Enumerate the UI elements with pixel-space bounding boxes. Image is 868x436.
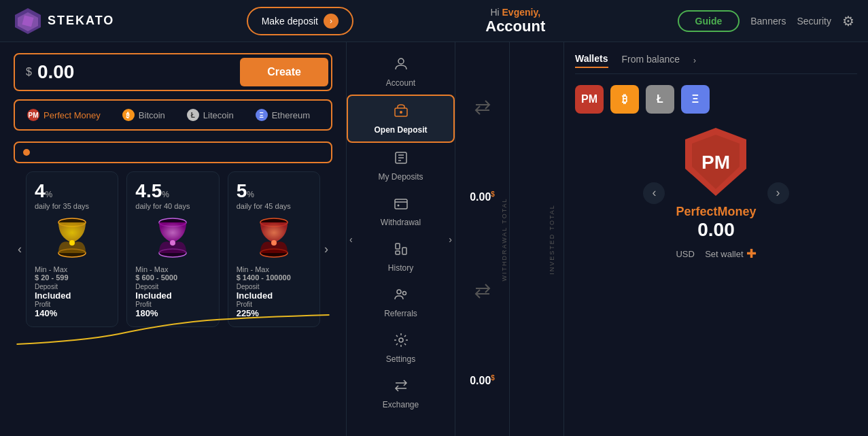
nav-item-open-deposit[interactable]: Open Deposit: [347, 95, 455, 143]
plan-2-percent: 4.5%: [135, 180, 210, 202]
currency-tab-pm[interactable]: PM Perfect Money: [19, 105, 109, 125]
wallets-tab-arrow[interactable]: ›: [693, 56, 696, 65]
nav-withdrawal-label: Withdrawal: [381, 218, 421, 227]
exchange-icon: [393, 378, 409, 397]
logo-area: STEKATO: [14, 7, 114, 35]
pm-label: Perfect Money: [44, 110, 101, 120]
nav-referrals-label: Referrals: [384, 309, 417, 318]
svg-point-12: [398, 58, 404, 64]
svg-rect-23: [402, 248, 406, 254]
carousel-next-arrow[interactable]: ›: [767, 182, 789, 204]
plans-prev-arrow[interactable]: ‹: [14, 239, 26, 259]
svg-point-26: [402, 292, 406, 295]
settings-icon: [393, 332, 409, 352]
logo-icon: [14, 7, 42, 35]
referrals-icon: [393, 286, 409, 306]
svg-point-5: [69, 240, 75, 246]
eth-icon: Ξ: [256, 109, 268, 121]
plans-slider: ‹ 4% daily for 35 days: [14, 171, 332, 327]
withdrawal-icon: [393, 195, 409, 215]
svg-point-27: [399, 338, 403, 342]
nav-history-label: History: [388, 263, 413, 273]
create-button[interactable]: Create: [240, 58, 328, 86]
svg-point-11: [271, 240, 277, 246]
withdrawal-total-label: WITHDRAWAL TOTAL: [501, 197, 508, 281]
username: Evgeniy,: [502, 7, 541, 18]
my-deposits-icon: [393, 150, 409, 169]
wallet-btn-ltc[interactable]: Ł: [646, 85, 674, 114]
nav-item-history[interactable]: History: [347, 234, 455, 280]
amount-create-area: $ 0.00 Create: [14, 53, 332, 91]
from-balance-tab[interactable]: From balance: [622, 54, 680, 67]
plan-card-1[interactable]: 4% daily for 35 days: [26, 171, 118, 327]
open-deposit-icon: [393, 103, 409, 122]
withdrawal-amount-1: 0.00$: [470, 190, 495, 203]
account-icon: [393, 56, 409, 76]
search-dot-icon: [23, 149, 30, 156]
plan-1-image: [55, 216, 89, 260]
nav-item-my-deposits[interactable]: My Deposits: [347, 143, 455, 188]
plan-3-desc: daily for 45 days: [237, 202, 311, 210]
svg-point-25: [397, 290, 401, 294]
btc-label: Bitcoin: [139, 110, 165, 120]
middle-section: WITHDRAWAL TOTAL 0.00$ 0.00$ INVESTED TO…: [455, 42, 868, 436]
nav-item-withdrawal[interactable]: Withdrawal: [347, 188, 455, 234]
nav-item-exchange[interactable]: Exchange: [347, 371, 455, 416]
plan-2-minmax: Min - Max $ 600 - 5000: [135, 265, 210, 282]
plus-icon: ✚: [746, 246, 757, 261]
plan-3-deposit-label: Deposit: [237, 283, 311, 290]
pm-icon: PM: [27, 109, 39, 121]
plan-2-deposit-value: Included: [135, 290, 210, 301]
wallet-btn-btc[interactable]: ₿: [610, 85, 639, 114]
guide-button[interactable]: Guide: [678, 10, 740, 32]
plans-grid: 4% daily for 35 days: [26, 171, 320, 327]
wallets-tab[interactable]: Wallets: [575, 53, 608, 68]
wallet-currency: USD: [676, 249, 694, 259]
amount-value[interactable]: 0.00: [37, 61, 75, 83]
plan-1-desc: daily for 35 days: [35, 202, 109, 210]
set-wallet-button[interactable]: Set wallet ✚: [705, 246, 756, 261]
logo-text: STEKATO: [48, 14, 114, 28]
withdrawal-amount-2: 0.00$: [470, 374, 495, 387]
eth-label: Ethereum: [272, 110, 310, 120]
svg-point-21: [397, 205, 399, 207]
nav-item-referrals[interactable]: Referrals: [347, 280, 455, 325]
plan-2-deposit-label: Deposit: [135, 283, 210, 290]
nav-item-account[interactable]: Account: [347, 49, 455, 95]
currency-tab-ltc[interactable]: Ł Litecoin: [179, 105, 242, 125]
wallet-icons-row: PM ₿ Ł Ξ: [575, 85, 857, 114]
header-greeting: Hi Evgeniy, Account: [485, 7, 545, 35]
nav-arrow-right[interactable]: ›: [449, 234, 452, 245]
search-input[interactable]: [35, 147, 323, 158]
plan-card-2[interactable]: 4.5% daily for 40 days: [126, 171, 219, 327]
amount-input-wrap: $ 0.00: [18, 57, 232, 87]
currency-tabs: PM Perfect Money ₿ Bitcoin Ł Litecoin Ξ …: [14, 99, 332, 131]
hi-text: Hi Evgeniy,: [485, 7, 545, 18]
currency-tab-eth[interactable]: Ξ Ethereum: [247, 105, 318, 125]
plan-3-profit-value: 225%: [237, 308, 311, 318]
invested-section: INVESTED TOTAL: [510, 42, 564, 436]
carousel-prev-arrow[interactable]: ‹: [643, 182, 665, 204]
svg-point-14: [400, 111, 402, 114]
make-deposit-button[interactable]: Make deposit ›: [247, 7, 353, 35]
nav-arrow-left[interactable]: ‹: [349, 234, 353, 245]
ltc-icon: Ł: [187, 109, 199, 121]
wallet-btn-eth[interactable]: Ξ: [681, 85, 710, 114]
plan-card-3[interactable]: 5% daily for 45 days: [228, 171, 320, 327]
plan-1-deposit-value: Included: [35, 290, 109, 301]
make-deposit-label: Make deposit: [262, 16, 318, 27]
left-panel: $ 0.00 Create PM Perfect Money ₿ Bitcoin…: [0, 42, 347, 436]
wallet-btn-pm[interactable]: PM: [575, 85, 604, 114]
banners-button[interactable]: Banners: [750, 16, 786, 27]
plans-next-arrow[interactable]: ›: [320, 239, 332, 259]
security-button[interactable]: Security: [797, 16, 831, 27]
nav-my-deposits-label: My Deposits: [378, 172, 423, 182]
currency-tab-btc[interactable]: ₿ Bitcoin: [114, 105, 173, 125]
settings-gear-icon[interactable]: ⚙: [842, 13, 854, 29]
plan-3-minmax: Min - Max $ 1400 - 100000: [237, 265, 311, 282]
nav-item-settings[interactable]: Settings: [347, 325, 455, 371]
search-input-wrap: [14, 141, 332, 163]
ltc-label: Litecoin: [203, 110, 234, 120]
nav-settings-label: Settings: [386, 354, 415, 364]
plan-1-profit-value: 140%: [35, 308, 109, 318]
